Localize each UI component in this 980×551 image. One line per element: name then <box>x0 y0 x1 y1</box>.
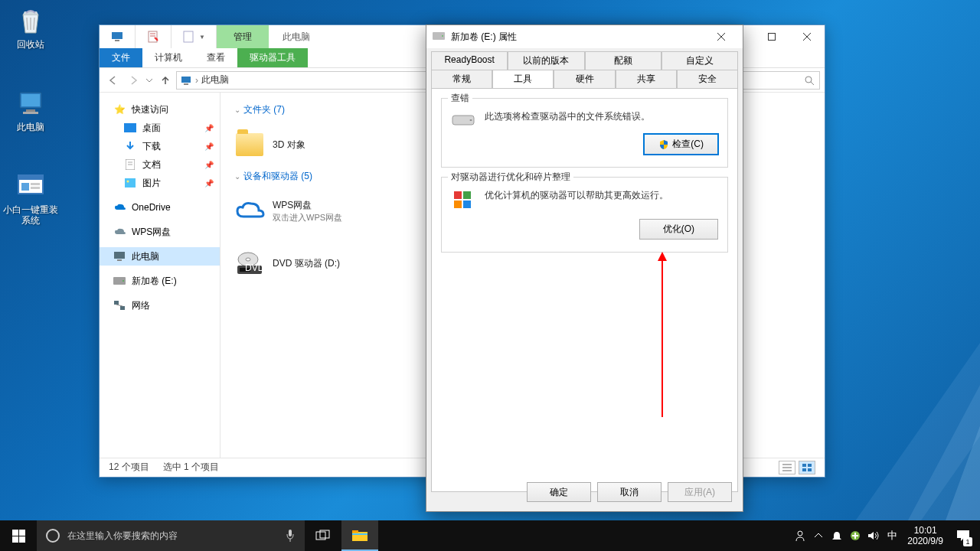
svg-rect-32 <box>120 306 125 310</box>
tray-overflow-button[interactable] <box>809 520 828 551</box>
chevron-down-icon: ⌄ <box>234 172 240 181</box>
taskbar-search[interactable]: 在这里输入你要搜索的内容 <box>37 520 305 551</box>
device-wps[interactable]: WPS网盘双击进入WPS网盘 <box>234 191 410 232</box>
svg-rect-1 <box>21 94 40 106</box>
breadcrumb[interactable]: 此电脑 <box>201 73 229 86</box>
svg-rect-17 <box>181 77 191 83</box>
nav-recent-button[interactable] <box>144 71 155 90</box>
tab-quota[interactable]: 配额 <box>585 51 662 70</box>
nav-this-pc[interactable]: 此电脑 <box>100 247 220 266</box>
dialog-close-button[interactable] <box>706 25 737 48</box>
cortana-icon <box>46 529 60 543</box>
ribbon-tab-drive-tools[interactable]: 驱动器工具 <box>237 48 308 67</box>
svg-rect-21 <box>124 123 136 132</box>
action-center-button[interactable]: 1 <box>949 520 977 551</box>
desktop-icon-reinstall[interactable]: 小白一键重装系统 <box>2 170 60 226</box>
ok-button[interactable]: 确定 <box>527 482 591 502</box>
properties-icon <box>146 30 160 44</box>
svg-rect-45 <box>808 464 812 467</box>
nav-onedrive[interactable]: OneDrive <box>100 198 220 217</box>
dialog-title: 新加卷 (E:) 属性 <box>451 31 517 44</box>
recycle-bin-icon <box>15 5 47 37</box>
start-button[interactable] <box>0 520 37 551</box>
task-view-button[interactable] <box>305 520 341 551</box>
nav-pictures[interactable]: 图片📌 <box>100 174 220 192</box>
search-icon <box>804 75 815 86</box>
nav-wps[interactable]: WPS网盘 <box>100 223 220 241</box>
svg-rect-3 <box>23 112 38 114</box>
svg-line-20 <box>811 82 814 85</box>
nav-back-button[interactable] <box>104 71 122 90</box>
cancel-button[interactable]: 取消 <box>597 482 662 502</box>
nav-up-button[interactable] <box>156 71 175 90</box>
svg-rect-12 <box>184 31 193 42</box>
notification-badge: 1 <box>963 537 972 546</box>
ribbon-tab-file[interactable]: 文件 <box>100 48 142 67</box>
svg-point-26 <box>127 181 129 183</box>
app-icon <box>15 170 47 202</box>
nav-desktop[interactable]: 桌面📌 <box>100 119 220 137</box>
svg-rect-11 <box>149 31 157 42</box>
pc-small-icon <box>180 74 192 86</box>
ribbon-tab-computer[interactable]: 计算机 <box>142 48 194 67</box>
group-defrag: 对驱动器进行优化和碎片整理 优化计算机的驱动器可以帮助其更高效运行。 优化(O) <box>441 177 728 253</box>
tray-app-icon[interactable] <box>846 520 864 551</box>
tab-sharing[interactable]: 共享 <box>616 70 677 88</box>
tab-tools[interactable]: 工具 <box>492 70 554 88</box>
tab-previous-versions[interactable]: 以前的版本 <box>508 51 584 70</box>
desktop-icon-this-pc[interactable]: 此电脑 <box>2 87 60 132</box>
svg-rect-54 <box>454 191 462 199</box>
nav-downloads[interactable]: 下载📌 <box>100 137 220 155</box>
qat-item[interactable]: ▼ <box>172 25 217 48</box>
desktop: 回收站 此电脑 小白一键重装系统 ▼ <box>0 0 980 520</box>
tab-general[interactable]: 常规 <box>431 70 492 88</box>
star-icon: ⭐ <box>113 103 126 116</box>
context-tab-manage[interactable]: 管理 <box>217 25 269 48</box>
desktop-icon-recycle-bin[interactable]: 回收站 <box>2 5 60 50</box>
check-button[interactable]: 检查(C) <box>644 134 718 155</box>
nav-forward-button[interactable] <box>124 71 142 90</box>
device-dvd[interactable]: DVD DVD 驱动器 (D:) <box>234 243 410 284</box>
qat-item[interactable] <box>136 25 172 48</box>
network-icon <box>113 299 126 311</box>
view-tiles-button[interactable] <box>799 461 815 474</box>
nav-tree: ⭐快速访问 桌面📌 下载📌 文档📌 图片📌 OneDrive WPS网盘 此电脑… <box>100 93 220 458</box>
tab-security[interactable]: 安全 <box>677 70 738 88</box>
maximize-button[interactable] <box>754 25 789 48</box>
nav-quick-access[interactable]: ⭐快速访问 <box>100 100 220 119</box>
nav-documents[interactable]: 文档📌 <box>100 155 220 174</box>
tray-notification-icon[interactable] <box>828 520 846 551</box>
people-icon[interactable] <box>791 520 809 551</box>
taskbar-app-explorer[interactable] <box>341 520 378 551</box>
svg-point-49 <box>442 35 443 37</box>
svg-rect-18 <box>184 83 188 85</box>
ime-indicator[interactable]: 中 <box>883 520 901 551</box>
folder-3d-objects[interactable]: 3D 对象 <box>234 124 410 165</box>
mic-icon[interactable] <box>285 529 296 543</box>
optimize-button[interactable]: 优化(O) <box>639 219 718 240</box>
svg-rect-7 <box>31 183 40 185</box>
taskbar: 在这里输入你要搜索的内容 中 10:01 2020/9/9 1 <box>0 520 980 551</box>
view-details-button[interactable] <box>779 461 795 474</box>
cloud-outline-icon <box>234 196 265 227</box>
svg-rect-64 <box>352 533 368 535</box>
svg-rect-31 <box>114 301 119 305</box>
drive-check-icon <box>451 109 475 128</box>
tab-custom[interactable]: 自定义 <box>662 51 738 70</box>
volume-icon[interactable] <box>864 520 883 551</box>
picture-icon <box>124 177 136 189</box>
download-icon <box>124 140 136 152</box>
pin-icon: 📌 <box>204 124 214 132</box>
folder-icon <box>234 129 265 160</box>
ribbon-tab-view[interactable]: 查看 <box>194 48 237 67</box>
tab-hardware[interactable]: 硬件 <box>554 70 615 88</box>
close-button[interactable] <box>789 25 825 48</box>
tab-panel-tools: 查错 此选项将检查驱动器中的文件系统错误。 检查(C) 对驱动器进行优化和碎片整… <box>431 88 738 492</box>
tab-readyboost[interactable]: ReadyBoost <box>431 51 508 70</box>
svg-text:DVD: DVD <box>245 262 265 273</box>
taskbar-clock[interactable]: 10:01 2020/9/9 <box>901 525 949 546</box>
nav-network[interactable]: 网络 <box>100 296 220 315</box>
nav-drive-e[interactable]: 新加卷 (E:) <box>100 272 220 290</box>
svg-rect-47 <box>808 468 812 471</box>
apply-button[interactable]: 应用(A) <box>668 482 732 502</box>
